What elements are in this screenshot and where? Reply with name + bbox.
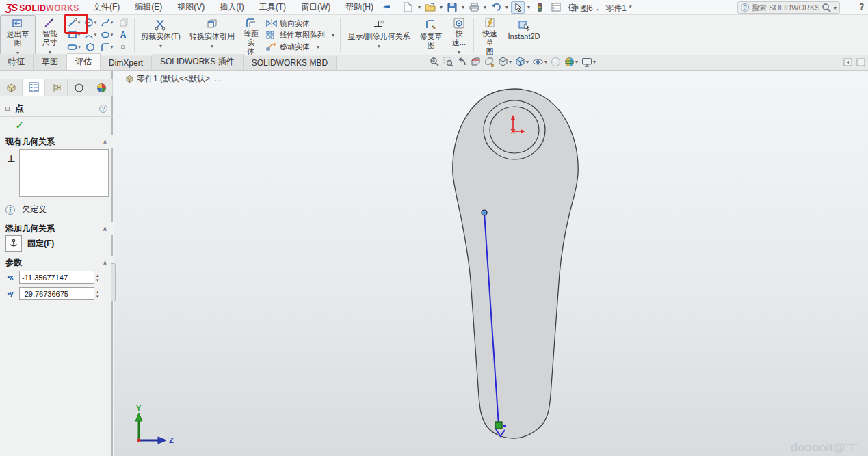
tab-sketch[interactable]: 草图 — [34, 54, 67, 70]
x-coordinate-input[interactable] — [19, 271, 94, 284]
open-document-dropdown[interactable]: ▾ — [440, 4, 443, 10]
arc-tool-button[interactable]: ▾ — [82, 29, 98, 41]
exit-sketch-button[interactable]: 退出草图 ▾ — [0, 15, 36, 55]
panel-splitter-grip[interactable] — [111, 263, 116, 301]
display-delete-relations-button[interactable]: 显示/删除几何关系 ▾ — [342, 15, 416, 55]
move-entities-button[interactable]: 移动实体 ▾ — [266, 42, 334, 52]
x-spinner[interactable]: ▴▾ — [96, 273, 99, 282]
dynamic-assembly-icon[interactable] — [484, 57, 495, 67]
menu-edit[interactable]: 编辑(E) — [135, 1, 162, 13]
view-orientation-dropdown[interactable]: ▾ — [509, 59, 512, 65]
tab-solidworks-mbd[interactable]: SOLIDWORKS MBD — [244, 56, 337, 70]
apply-scene-icon[interactable]: ▾ — [564, 57, 578, 67]
tab-features[interactable]: 特征 — [0, 54, 34, 70]
fillet-tool-dropdown[interactable]: ▾ — [111, 44, 114, 50]
property-manager-tab[interactable] — [23, 79, 45, 96]
rapid-sketch-button[interactable]: 快速草 图 — [475, 15, 504, 55]
help-search-box[interactable]: ? 搜索 SOLIDWORKS 帮助 ▾ — [737, 1, 840, 14]
graphics-viewport[interactable]: 零件1 (默认<<默认>_... — [114, 71, 868, 456]
display-relations-dropdown[interactable]: ▾ — [378, 42, 380, 51]
display-style-dropdown[interactable]: ▾ — [526, 59, 529, 65]
ribbon-options-icon[interactable] — [856, 58, 865, 68]
configuration-manager-tab[interactable] — [45, 79, 68, 96]
tab-solidworks-addins[interactable]: SOLIDWORKS 插件 — [152, 54, 244, 70]
model-canvas[interactable]: Y Z dooooit@□□ — [114, 71, 868, 456]
extrude-ghost-icon[interactable] — [115, 16, 131, 29]
circle-tool-button[interactable]: ▾ — [82, 16, 98, 29]
linear-pattern-dropdown[interactable]: ▾ — [332, 32, 334, 38]
rectangle-tool-dropdown[interactable]: ▾ — [78, 32, 81, 38]
existing-relations-section-header[interactable]: 现有几何关系 ∧ — [0, 135, 113, 148]
menu-tools[interactable]: 工具(T) — [259, 1, 286, 13]
y-spinner[interactable]: ▴▾ — [96, 289, 99, 299]
dimxpert-manager-tab[interactable] — [68, 79, 90, 96]
arc-tool-dropdown[interactable]: ▾ — [94, 32, 97, 38]
sketch-line-end-point[interactable] — [495, 422, 502, 429]
convert-entities-dropdown[interactable]: ▾ — [211, 42, 213, 51]
print-icon[interactable] — [467, 1, 481, 14]
undo-icon[interactable] — [489, 1, 503, 14]
slot-tool-button[interactable]: ▾ — [66, 41, 82, 53]
select-tool-icon[interactable] — [511, 1, 525, 14]
collapse-chevron-icon[interactable]: ∧ — [103, 259, 107, 267]
rebuild-icon[interactable] — [533, 1, 547, 14]
point-tool-button[interactable] — [115, 41, 131, 53]
save-icon[interactable] — [445, 1, 459, 14]
line-tool-dropdown[interactable]: ▾ — [78, 20, 81, 25]
select-tool-dropdown[interactable]: ▾ — [527, 4, 530, 10]
polygon-tool-button[interactable] — [82, 41, 98, 53]
y-coordinate-input[interactable] — [19, 287, 94, 300]
menu-view[interactable]: 视图(V) — [177, 1, 205, 13]
view-settings-icon[interactable]: ▾ — [581, 57, 596, 67]
collapse-chevron-icon[interactable]: ∧ — [103, 225, 107, 232]
pin-menu-icon[interactable] — [381, 1, 393, 14]
trim-entities-dropdown[interactable]: ▾ — [159, 42, 162, 51]
tab-evaluate[interactable]: 评估 — [67, 53, 101, 70]
print-dropdown[interactable]: ▾ — [484, 4, 486, 10]
trim-entities-button[interactable]: 剪裁实体(T) ▾ — [136, 15, 185, 55]
display-style-icon[interactable]: ▾ — [515, 57, 529, 67]
feature-manager-tab[interactable] — [0, 79, 23, 96]
add-relations-section-header[interactable]: 添加几何关系 ∧ — [0, 222, 113, 235]
zoom-to-area-icon[interactable] — [443, 57, 453, 67]
collapse-ribbon-icon[interactable] — [843, 58, 852, 68]
panel-help-icon[interactable]: ? — [99, 105, 107, 113]
circle-tool-dropdown[interactable]: ▾ — [94, 20, 97, 25]
search-dropdown[interactable]: ▾ — [834, 5, 837, 11]
rectangle-tool-button[interactable]: ▾ — [66, 29, 82, 41]
help-button[interactable]: ? — [859, 2, 864, 12]
tab-dimxpert[interactable]: DimXpert — [101, 56, 152, 70]
convert-entities-button[interactable]: 转换实体引用 ▾ — [185, 15, 239, 55]
ok-check-icon[interactable]: ✓ — [15, 119, 24, 132]
new-document-dropdown[interactable]: ▾ — [418, 4, 421, 10]
hide-show-dropdown[interactable]: ▾ — [544, 59, 547, 65]
file-properties-icon[interactable] — [549, 1, 563, 14]
mirror-entities-button[interactable]: 镜向实体 — [266, 18, 334, 29]
repair-sketch-button[interactable]: 修复草 图 — [416, 15, 446, 55]
save-dropdown[interactable]: ▾ — [462, 4, 464, 10]
view-settings-dropdown[interactable]: ▾ — [593, 59, 596, 65]
display-manager-tab[interactable] — [90, 79, 113, 96]
ellipse-tool-dropdown[interactable]: ▾ — [111, 32, 114, 38]
instant2d-button[interactable]: Instant2D — [504, 15, 544, 55]
text-tool-button[interactable]: A — [115, 29, 131, 41]
offset-entities-button[interactable]: 等距实 体 — [239, 15, 263, 55]
linear-pattern-button[interactable]: 线性草图阵列 ▾ — [266, 30, 334, 40]
sketch-line-start-point[interactable] — [482, 210, 487, 215]
quick-snaps-button[interactable]: 快速... ▾ — [446, 15, 472, 55]
view-orientation-icon[interactable]: ▾ — [498, 57, 512, 67]
slot-tool-dropdown[interactable]: ▾ — [78, 44, 81, 50]
relations-listbox[interactable] — [19, 149, 109, 197]
line-tool-button[interactable]: ▾ — [66, 16, 82, 29]
search-icon[interactable] — [821, 3, 831, 12]
parameters-section-header[interactable]: 参数 ∧ — [0, 256, 113, 269]
undo-dropdown[interactable]: ▾ — [505, 4, 508, 10]
menu-window[interactable]: 窗口(W) — [301, 1, 330, 13]
spline-tool-dropdown[interactable]: ▾ — [111, 20, 114, 25]
section-view-icon[interactable] — [471, 57, 481, 67]
edit-appearance-icon[interactable] — [551, 57, 561, 67]
collapse-chevron-icon[interactable]: ∧ — [103, 138, 107, 146]
apply-scene-dropdown[interactable]: ▾ — [575, 59, 578, 65]
fillet-tool-button[interactable]: ▾ — [98, 41, 115, 53]
ellipse-tool-button[interactable]: ▾ — [98, 29, 115, 41]
